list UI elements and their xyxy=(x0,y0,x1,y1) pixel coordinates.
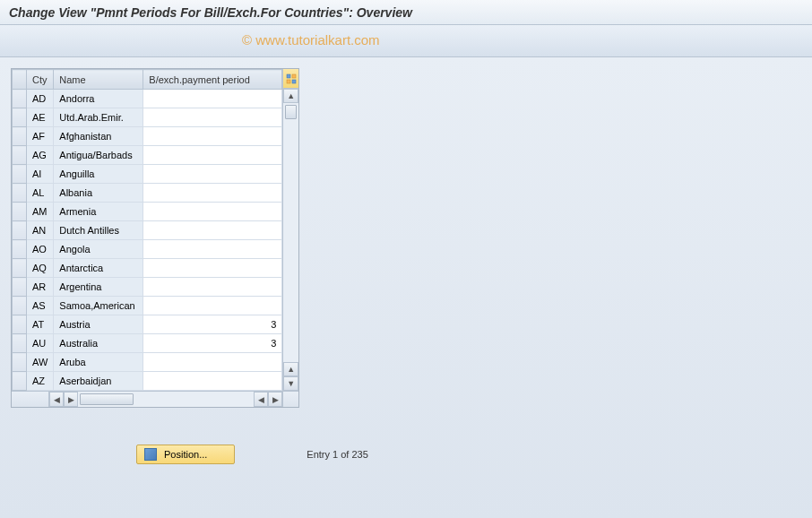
hscroll-track[interactable] xyxy=(78,392,254,407)
vertical-scrollbar[interactable]: ▲ ▲ ▼ xyxy=(282,69,298,391)
cell-name[interactable]: Andorra xyxy=(54,90,143,108)
cell-cty[interactable]: AE xyxy=(27,108,54,127)
cell-cty[interactable]: AL xyxy=(27,184,54,203)
table-config-button[interactable] xyxy=(283,69,298,89)
cell-name[interactable]: Antarctica xyxy=(54,259,143,278)
cell-cty[interactable]: AU xyxy=(27,334,54,353)
cell-name[interactable]: Anguilla xyxy=(54,165,143,184)
cell-period[interactable] xyxy=(143,146,282,165)
scroll-up-button[interactable]: ▲ xyxy=(283,89,298,103)
cell-name[interactable]: Antigua/Barbads xyxy=(54,146,143,165)
cell-period[interactable] xyxy=(143,127,282,146)
table-row[interactable]: AZ Aserbaidjan xyxy=(13,372,282,391)
scroll-left-button[interactable]: ◀ xyxy=(49,392,64,407)
scroll-bottom-button[interactable]: ▼ xyxy=(283,376,298,391)
table-row[interactable]: AG Antigua/Barbads xyxy=(13,146,282,165)
row-selector[interactable] xyxy=(13,353,27,372)
cell-cty[interactable]: AF xyxy=(27,127,54,146)
table-row[interactable]: AD Andorra xyxy=(13,90,282,108)
cell-name[interactable]: Argentina xyxy=(54,278,143,297)
column-header-cty[interactable]: Cty xyxy=(27,70,54,90)
cell-name[interactable]: Angola xyxy=(54,240,143,259)
cell-period[interactable] xyxy=(143,221,282,240)
row-selector[interactable] xyxy=(13,127,27,146)
table-row[interactable]: AU Australia 3 xyxy=(13,334,282,353)
row-selector[interactable] xyxy=(13,146,27,165)
row-selector[interactable] xyxy=(13,334,27,353)
cell-cty[interactable]: AW xyxy=(27,353,54,372)
cell-cty[interactable]: AM xyxy=(27,203,54,221)
cell-period[interactable] xyxy=(143,184,282,203)
cell-period[interactable] xyxy=(143,278,282,297)
cell-cty[interactable]: AR xyxy=(27,278,54,297)
row-selector[interactable] xyxy=(13,259,27,278)
cell-name[interactable]: Armenia xyxy=(54,203,143,221)
table-row[interactable]: AO Angola xyxy=(13,240,282,259)
cell-period[interactable] xyxy=(143,297,282,315)
row-selector[interactable] xyxy=(13,297,27,315)
cell-name[interactable]: Afghanistan xyxy=(54,127,143,146)
cell-period[interactable] xyxy=(143,353,282,372)
cell-name[interactable]: Samoa,American xyxy=(54,297,143,315)
row-selector[interactable] xyxy=(13,90,27,108)
row-selector[interactable] xyxy=(13,278,27,297)
vscroll-thumb[interactable] xyxy=(285,105,297,119)
table-row[interactable]: AL Albania xyxy=(13,184,282,203)
cell-name[interactable]: Austria xyxy=(54,315,143,334)
cell-period[interactable] xyxy=(143,108,282,127)
table-row[interactable]: AN Dutch Antilles xyxy=(13,221,282,240)
cell-cty[interactable]: AQ xyxy=(27,259,54,278)
row-selector[interactable] xyxy=(13,203,27,221)
cell-cty[interactable]: AN xyxy=(27,221,54,240)
hscroll-thumb[interactable] xyxy=(80,393,134,405)
table-row[interactable]: AE Utd.Arab.Emir. xyxy=(13,108,282,127)
table-row[interactable]: AQ Antarctica xyxy=(13,259,282,278)
column-header-period[interactable]: B/exch.payment period xyxy=(143,70,282,90)
cell-name[interactable]: Aruba xyxy=(54,353,143,372)
cell-name[interactable]: Australia xyxy=(54,334,143,353)
cell-cty[interactable]: AI xyxy=(27,165,54,184)
table-row[interactable]: AF Afghanistan xyxy=(13,127,282,146)
cell-period[interactable] xyxy=(143,372,282,391)
cell-period[interactable] xyxy=(143,90,282,108)
row-selector[interactable] xyxy=(13,221,27,240)
position-button[interactable]: Position... xyxy=(136,445,235,464)
table-row[interactable]: AS Samoa,American xyxy=(13,297,282,315)
row-selector[interactable] xyxy=(13,315,27,334)
table-row[interactable]: AW Aruba xyxy=(13,353,282,372)
cell-cty[interactable]: AT xyxy=(27,315,54,334)
horizontal-scrollbar[interactable]: ◀ ▶ ◀ ▶ xyxy=(12,391,298,407)
cell-period[interactable]: 3 xyxy=(143,334,282,353)
vscroll-track[interactable] xyxy=(283,103,298,362)
cell-period[interactable] xyxy=(143,203,282,221)
cell-name[interactable]: Albania xyxy=(54,184,143,203)
row-selector[interactable] xyxy=(13,165,27,184)
select-all-header[interactable] xyxy=(13,70,27,90)
scroll-right-button[interactable]: ▶ xyxy=(64,392,78,407)
cell-cty[interactable]: AG xyxy=(27,146,54,165)
table-row[interactable]: AR Argentina xyxy=(13,278,282,297)
cell-cty[interactable]: AZ xyxy=(27,372,54,391)
scroll-left2-button[interactable]: ◀ xyxy=(254,392,268,407)
data-table[interactable]: Cty Name B/exch.payment period AD Andorr… xyxy=(12,69,282,391)
table-row[interactable]: AI Anguilla xyxy=(13,165,282,184)
row-selector[interactable] xyxy=(13,184,27,203)
row-selector[interactable] xyxy=(13,240,27,259)
scroll-down-button[interactable]: ▲ xyxy=(283,362,298,376)
row-selector[interactable] xyxy=(13,108,27,127)
cell-cty[interactable]: AO xyxy=(27,240,54,259)
column-header-name[interactable]: Name xyxy=(54,70,143,90)
table-row[interactable]: AM Armenia xyxy=(13,203,282,221)
cell-name[interactable]: Utd.Arab.Emir. xyxy=(54,108,143,127)
cell-period[interactable] xyxy=(143,259,282,278)
cell-cty[interactable]: AD xyxy=(27,90,54,108)
row-selector[interactable] xyxy=(13,372,27,391)
cell-period[interactable]: 3 xyxy=(143,315,282,334)
cell-name[interactable]: Aserbaidjan xyxy=(54,372,143,391)
table-row[interactable]: AT Austria 3 xyxy=(13,315,282,334)
cell-period[interactable] xyxy=(143,240,282,259)
scroll-right2-button[interactable]: ▶ xyxy=(268,392,282,407)
cell-period[interactable] xyxy=(143,165,282,184)
cell-name[interactable]: Dutch Antilles xyxy=(54,221,143,240)
cell-cty[interactable]: AS xyxy=(27,297,54,315)
